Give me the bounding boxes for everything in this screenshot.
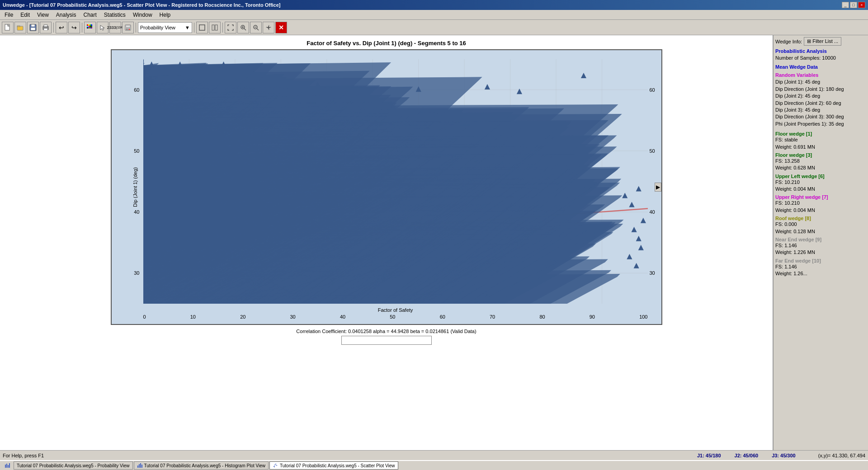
svg-rect-24	[126, 26, 130, 27]
svg-rect-20	[90, 27, 91, 28]
chart-search-input[interactable]	[341, 336, 432, 345]
scatter-point	[631, 227, 637, 232]
wedge-weight: Weight: 0.691 MN	[775, 144, 866, 150]
status-j3: J3: 45/300	[772, 453, 796, 458]
svg-marker-42	[269, 29, 269, 30]
scatter-point	[633, 263, 639, 268]
main-layout: Factor of Safety vs. Dip (Joint 1) (deg)…	[0, 35, 868, 450]
toolbar-count-btn[interactable]: 2333(134)	[109, 22, 121, 33]
wedge-item: Roof wedge [8]FS: 0.000Weight: 0.128 MN	[775, 216, 866, 235]
svg-rect-13	[91, 24, 92, 26]
taskbar-probability-view-label: Tutorial 07 Probabilistic Analysis.weg5 …	[17, 463, 130, 468]
wedge-weight: Weight: 0.004 MN	[775, 207, 866, 214]
toolbar-sep-1	[53, 23, 54, 33]
menu-view[interactable]: View	[33, 11, 52, 19]
title-bar-buttons[interactable]: _ □ ×	[842, 2, 865, 8]
scatter-point	[580, 73, 586, 78]
rv-item: Dip Direction (Joint 3): 300 deg	[775, 113, 866, 120]
wedge-item: Floor wedge [1]FS: stableWeight: 0.691 M…	[775, 131, 866, 150]
status-help: For Help, press F1	[3, 453, 44, 458]
wedge-item: Upper Left wedge [6]FS: 10.210Weight: 0.…	[775, 174, 866, 193]
toolbar-zoom-in-btn[interactable]	[237, 22, 249, 33]
menu-bar: File Edit View Analysis Chart Statistics…	[0, 10, 868, 20]
rv-item: Dip (Joint 1): 45 deg	[775, 79, 866, 85]
taskbar: Tutorial 07 Probabilistic Analysis.weg5 …	[0, 460, 868, 470]
toolbar-print-btn[interactable]	[40, 22, 52, 33]
menu-file[interactable]: File	[1, 11, 17, 19]
wedge-item: Floor wedge [3]FS: 13.258Weight: 0.628 M…	[775, 152, 866, 172]
svg-rect-31	[199, 25, 205, 30]
toolbar-new-btn[interactable]	[2, 22, 14, 33]
collapse-panel-btn[interactable]: ▶	[655, 183, 661, 192]
svg-rect-12	[90, 24, 91, 26]
wedge-name: Roof wedge [8]	[775, 216, 866, 221]
scatter-point	[516, 89, 522, 94]
rv-item: Dip (Joint 2): 45 deg	[775, 93, 866, 99]
svg-rect-3062	[6, 464, 7, 468]
taskbar-histogram-view-btn[interactable]: Tutorial 07 Probabilistic Analysis.weg5 …	[134, 461, 269, 470]
taskbar-probability-view-btn[interactable]: Tutorial 07 Probabilistic Analysis.weg5 …	[14, 461, 133, 470]
toolbar-sep-5	[222, 23, 223, 33]
view-dropdown[interactable]: Probability View ▼	[138, 22, 192, 33]
menu-help[interactable]: Help	[156, 11, 175, 19]
random-variables-list: Dip (Joint 1): 45 degDip Direction (Join…	[775, 79, 866, 127]
toolbar-close-btn[interactable]: ✕	[275, 22, 287, 33]
toolbar-open-btn[interactable]	[14, 22, 26, 33]
toolbar-view-split-btn[interactable]	[209, 22, 221, 33]
svg-rect-19	[88, 27, 90, 28]
svg-point-3070	[274, 465, 275, 465]
taskbar-scatter-view-btn[interactable]: Tutorial 07 Probabilistic Analysis.weg5 …	[269, 461, 398, 470]
svg-rect-33	[215, 25, 217, 30]
toolbar-zoom-out-btn[interactable]	[250, 22, 262, 33]
svg-rect-6	[31, 28, 35, 30]
scatter-point	[622, 193, 627, 198]
num-samples: Number of Samples: 10000	[775, 55, 866, 61]
minimize-button[interactable]: _	[842, 2, 849, 8]
svg-rect-32	[212, 25, 214, 30]
toolbar-sep-4	[194, 23, 194, 33]
taskbar-chart-icon	[2, 461, 13, 470]
menu-window[interactable]: Window	[129, 11, 156, 19]
toolbar-calculator-btn[interactable]	[122, 22, 134, 33]
menu-edit[interactable]: Edit	[17, 11, 33, 19]
svg-rect-3068	[142, 465, 142, 468]
toolbar-redo-btn[interactable]: ↪	[68, 22, 80, 33]
menu-chart[interactable]: Chart	[80, 11, 100, 19]
chart-title: Factor of Safety vs. Dip (Joint 1) (deg)…	[307, 40, 466, 47]
scatter-plot[interactable]: Dip (Joint 1) (deg) // We'll generate th…	[111, 49, 662, 325]
wedge-name: Floor wedge [3]	[775, 152, 866, 158]
toolbar-colormap-btn[interactable]	[84, 22, 96, 33]
scatter-svg: // We'll generate this with JS after	[143, 59, 648, 304]
menu-analysis[interactable]: Analysis	[52, 11, 80, 19]
x-axis-label: Factor of Safety	[143, 307, 648, 313]
filter-list-btn[interactable]: ⊞ Filter List ...	[804, 37, 841, 46]
toolbar: ↩ ↪ 2333(134) Probability View ▼	[0, 20, 868, 35]
svg-rect-21	[91, 27, 92, 28]
scatter-point	[629, 202, 634, 207]
toolbar-sep-2	[82, 23, 82, 33]
maximize-button[interactable]: □	[850, 2, 857, 8]
toolbar-fit-btn[interactable]	[225, 22, 236, 33]
close-button[interactable]: ×	[858, 2, 865, 8]
svg-line-39	[257, 28, 259, 30]
probabilistic-analysis-title: Probabilistic Analysis	[775, 48, 866, 54]
wedge-weight: Weight: 0.128 MN	[775, 228, 866, 235]
svg-rect-3063	[8, 465, 9, 468]
menu-statistics[interactable]: Statistics	[100, 11, 129, 19]
chevron-down-icon: ▼	[185, 25, 190, 30]
plot-area: // We'll generate this with JS after	[143, 59, 648, 304]
toolbar-view-single-btn[interactable]	[196, 22, 208, 33]
svg-rect-15	[88, 26, 90, 27]
svg-marker-22	[100, 25, 104, 30]
toolbar-save-btn[interactable]	[27, 22, 39, 33]
status-j2: J2: 45/060	[735, 453, 759, 458]
status-coords: (x,y)= 41.330, 67.494	[818, 453, 865, 458]
svg-rect-3064	[9, 463, 10, 468]
svg-rect-3	[17, 26, 20, 27]
wedge-info-header: Wedge Info: ⊞ Filter List ...	[775, 37, 866, 46]
mean-wedge-data-title: Mean Wedge Data	[775, 64, 866, 70]
status-j1: J1: 45/180	[697, 453, 721, 458]
y-axis-right-ticks: 60 50 40 30	[648, 59, 661, 304]
toolbar-undo-btn[interactable]: ↩	[56, 22, 67, 33]
toolbar-pan-btn[interactable]	[263, 22, 274, 33]
